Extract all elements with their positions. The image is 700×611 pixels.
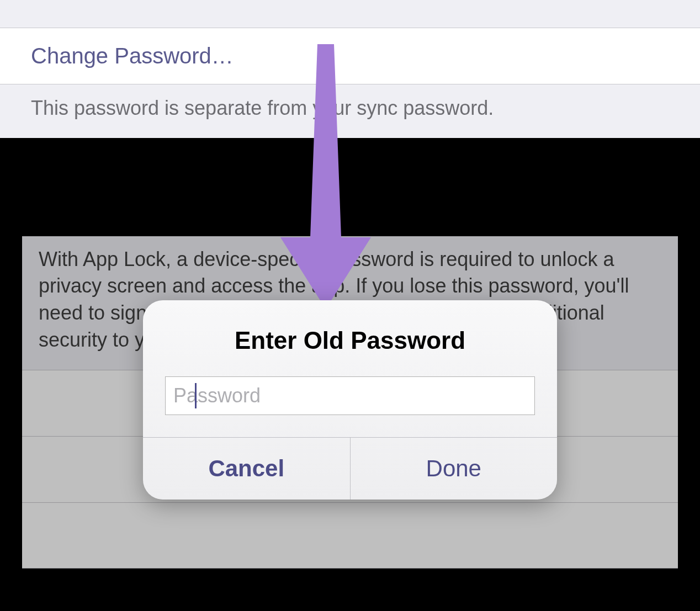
dialog-title: Enter Old Password — [143, 300, 557, 376]
dialog-input-wrap — [143, 376, 557, 437]
dialog-buttons: Cancel Done — [143, 437, 557, 500]
text-caret-icon — [195, 383, 197, 408]
separator-black — [0, 138, 700, 236]
old-password-input[interactable] — [165, 376, 535, 415]
settings-footer-note: This password is separate from your sync… — [0, 84, 700, 138]
change-password-link: Change Password… — [31, 44, 234, 68]
change-password-row[interactable]: Change Password… — [0, 28, 700, 84]
done-button[interactable]: Done — [351, 438, 558, 500]
settings-top-section: Change Password… This password is separa… — [0, 0, 700, 138]
cancel-button[interactable]: Cancel — [143, 438, 351, 500]
enter-old-password-dialog: Enter Old Password Cancel Done — [143, 300, 557, 500]
